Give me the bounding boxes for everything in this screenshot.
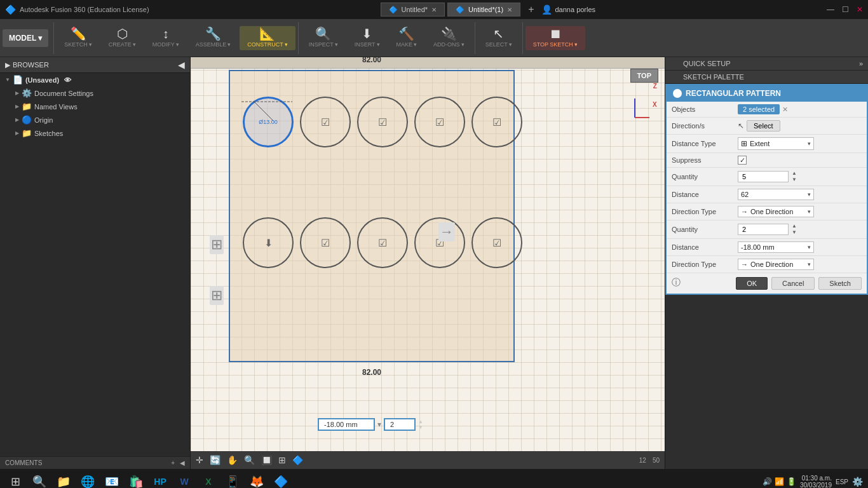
browser-item-named-views[interactable]: ▶ 📁 Named Views — [0, 100, 190, 113]
settings-icon[interactable]: ⚙️ — [852, 477, 863, 487]
dim-input-1[interactable] — [318, 418, 375, 431]
circle-r1c4[interactable]: ☑ — [414, 97, 465, 147]
info-icon[interactable]: ⓘ — [672, 277, 681, 290]
sidebar: ▶ BROWSER ◀ ▼ 📄 (Unsaved) 👁 ▶ ⚙️ Documen… — [0, 57, 191, 469]
browser-item-sketches[interactable]: ▶ 📁 Sketches — [0, 126, 190, 140]
cancel-button[interactable]: Cancel — [771, 277, 815, 290]
nav-bottom-left[interactable]: ⊞ — [210, 286, 224, 305]
visibility-icon[interactable]: 👁 — [64, 76, 71, 84]
word-btn[interactable]: W — [174, 471, 194, 488]
canvas-tool-1[interactable]: ✛ — [196, 455, 203, 465]
minimize-btn[interactable]: — — [827, 5, 834, 14]
comments-add-btn[interactable]: + — [171, 459, 175, 466]
directions-select-btn[interactable]: Select — [747, 120, 780, 132]
whatsapp-btn[interactable]: 📱 — [222, 471, 243, 488]
browser-item-origin[interactable]: ▶ 🔵 Origin — [0, 113, 190, 126]
start-button[interactable]: ⊞ — [5, 471, 25, 488]
hp-btn[interactable]: HP — [150, 471, 170, 488]
objects-badge[interactable]: 2 selected — [738, 104, 780, 114]
taskbar-lang: ESP — [836, 478, 848, 485]
browser-item-doc-settings[interactable]: ▶ ⚙️ Document Settings — [0, 86, 190, 100]
distance-type-dropdown[interactable]: ⊞ Extent ▾ — [738, 137, 814, 150]
titlebar-left: 🔷 Autodesk Fusion 360 (Education License… — [5, 4, 149, 15]
distance2-dropdown[interactable]: -18.00 mm ▾ — [738, 241, 814, 253]
toolbar-addons[interactable]: 🔌 ADD-ONS▾ — [426, 26, 472, 50]
circle-r1c3[interactable]: ☑ — [357, 97, 408, 147]
toolbar-insert[interactable]: ⬇ INSERT▾ — [347, 26, 388, 50]
quantity1-up[interactable]: ▲ — [791, 170, 797, 177]
nav-right[interactable]: → — [438, 222, 455, 241]
circle-r2c2[interactable]: ☑ — [300, 217, 351, 268]
canvas-tool-6[interactable]: ⊞ — [278, 455, 286, 465]
canvas-tool-5[interactable]: 🔲 — [261, 455, 272, 465]
suppress-checkbox[interactable]: ✓ — [738, 156, 747, 165]
tab-untitled[interactable]: 🔷 Untitled* ✕ — [381, 3, 445, 17]
direction-type1-dropdown[interactable]: → One Direction ▾ — [738, 206, 814, 217]
quantity2-down[interactable]: ▼ — [791, 229, 797, 236]
circle-r1c5[interactable]: ☑ — [471, 97, 522, 147]
circle-r1c2[interactable]: ☑ — [300, 97, 351, 147]
down-arrow[interactable]: ▼ — [418, 424, 423, 430]
quantity1-down[interactable]: ▼ — [791, 177, 797, 183]
checkbox-r2c5: ☑ — [492, 237, 501, 249]
dim-input-2[interactable] — [384, 418, 416, 431]
tab-untitled-1[interactable]: 🔷 Untitled*(1) ✕ — [447, 3, 520, 17]
toolbar-construct[interactable]: 📐 CONSTRUCT▾ — [240, 26, 295, 50]
close-btn[interactable]: ✕ — [857, 5, 863, 14]
tab-icon-1: 🔷 — [456, 6, 465, 14]
toolbar-assemble[interactable]: 🔧 ASSEMBLE▾ — [188, 26, 239, 50]
excel-btn[interactable]: X — [198, 471, 219, 488]
canvas-tool-2[interactable]: 🔄 — [210, 455, 220, 465]
sketch-palette-section[interactable]: SKETCH PALETTE — [665, 71, 868, 84]
file-explorer-btn[interactable]: 📁 — [53, 471, 74, 488]
browser-item-root[interactable]: ▼ 📄 (Unsaved) 👁 — [0, 73, 190, 86]
model-dropdown[interactable]: MODEL ▾ — [3, 29, 48, 47]
tab-close[interactable]: ✕ — [431, 6, 437, 13]
comments-collapse-icon[interactable]: ◀ — [180, 459, 185, 466]
checkbox-r1c5: ☑ — [492, 116, 501, 128]
toolbar-inspect[interactable]: 🔍 INSPECT▾ — [301, 26, 346, 50]
distance1-dropdown[interactable]: 62 ▾ — [738, 189, 814, 200]
mail-btn[interactable]: 📧 — [102, 471, 122, 488]
ok-button[interactable]: OK — [736, 277, 768, 290]
toolbar-separator-3 — [522, 22, 523, 54]
circle-r2c3[interactable]: ☑ — [357, 217, 408, 268]
fusion-btn[interactable]: 🔷 — [271, 471, 291, 488]
tab-close-1[interactable]: ✕ — [507, 6, 512, 13]
quick-setup-section[interactable]: QUICK SETUP » — [665, 57, 868, 71]
sketch-button[interactable]: Sketch — [818, 277, 862, 290]
z-axis-label: Z — [653, 83, 657, 90]
toolbar-stop-sketch[interactable]: ⏹ STOP SKETCH▾ — [526, 26, 585, 50]
maximize-btn[interactable]: ☐ — [842, 5, 849, 14]
quantity2-up[interactable]: ▲ — [791, 223, 797, 229]
x-axis-label: X — [653, 101, 657, 108]
browser-expand-icon: ▶ — [5, 61, 10, 69]
store-btn[interactable]: 🛍️ — [126, 471, 146, 488]
toolbar-modify[interactable]: ↕ MODIFY▾ — [145, 26, 187, 50]
quick-setup-expand[interactable]: » — [859, 60, 863, 67]
new-tab-btn[interactable]: + — [523, 4, 539, 15]
direction-type2-dropdown[interactable]: → One Direction ▾ — [738, 259, 814, 270]
circle-r2c1[interactable]: ⬇ — [243, 217, 294, 268]
browser-collapse-icon[interactable]: ◀ — [178, 60, 185, 70]
firefox-btn[interactable]: 🦊 — [247, 471, 267, 488]
rect-pattern-title: RECTANGULAR PATTERN — [686, 89, 781, 98]
search-btn[interactable]: 🔍 — [29, 471, 50, 488]
toolbar-sketch[interactable]: ✏️ SKETCH▾ — [57, 26, 100, 50]
nav-left-top[interactable]: ⊞ — [210, 235, 224, 254]
canvas-tool-4[interactable]: 🔍 — [244, 455, 255, 465]
circle-r2c5[interactable]: ☑ — [471, 217, 522, 268]
view-label[interactable]: TOP — [630, 69, 658, 83]
quantity1-input[interactable] — [738, 171, 789, 182]
canvas-tool-3[interactable]: ✋ — [227, 455, 238, 465]
quick-setup-icon — [670, 60, 681, 67]
up-arrow[interactable]: ▲ — [418, 419, 423, 424]
objects-clear-btn[interactable]: ✕ — [782, 105, 788, 114]
edge-btn[interactable]: 🌐 — [78, 471, 98, 488]
canvas-tool-7[interactable]: 🔷 — [292, 455, 303, 465]
toolbar-select[interactable]: ↖ SELECT▾ — [478, 26, 520, 50]
quantity2-input[interactable] — [738, 224, 789, 235]
circle-selected-1[interactable]: Ø13.00 — [243, 97, 294, 147]
toolbar-make[interactable]: 🔨 MAKE▾ — [389, 26, 425, 50]
toolbar-create[interactable]: ⬡ CREATE▾ — [101, 26, 144, 50]
